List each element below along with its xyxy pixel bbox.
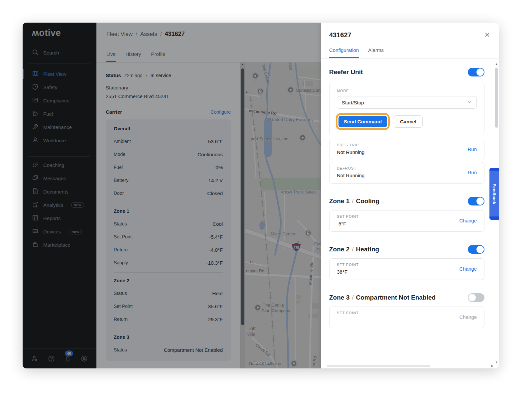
zone1-header: Zone 1/Cooling: [329, 197, 484, 205]
reefer-unit-title: Reefer Unit: [329, 68, 363, 76]
mode-select[interactable]: Start/Stop: [337, 96, 477, 109]
scrollbar-thumb[interactable]: [327, 365, 430, 367]
tab-alarms[interactable]: Alarms: [368, 47, 384, 58]
zone1-setpoint-label: SET POINT: [337, 214, 359, 218]
panel-tabs: Configuration Alarms: [321, 47, 499, 59]
panel-header: 431627 ✕: [321, 23, 499, 39]
cancel-button[interactable]: Cancel: [394, 115, 423, 128]
zone1-change-link[interactable]: Change: [459, 218, 477, 223]
scroll-down-arrow[interactable]: ▼: [494, 361, 498, 364]
zone2-title: Zone 2/Heating: [329, 246, 379, 253]
modal-scrim: [23, 23, 321, 368]
mode-card: MODE Start/Stop Send Command Cancel: [329, 82, 484, 135]
zone2-setpoint-card: SET POINT 36°F Change: [329, 258, 484, 280]
zone1-setpoint-card: SET POINT -5°F Change: [329, 210, 484, 232]
defrost-label: DEFROST: [337, 166, 364, 170]
app-window: ʍotive Search Fleet View Safety: [23, 23, 499, 368]
scroll-up-arrow[interactable]: ▲: [494, 63, 498, 66]
zone2-toggle[interactable]: [468, 245, 484, 254]
pretrip-status: Not Running: [337, 149, 364, 155]
zone3-setpoint-card: SET POINT Change: [329, 307, 484, 328]
zone3-setpoint-value: [337, 317, 359, 323]
scrollbar-thumb[interactable]: [495, 68, 498, 128]
toggle-knob: [476, 68, 484, 76]
zone2-header: Zone 2/Heating: [329, 245, 484, 254]
send-command-button[interactable]: Send Command: [338, 116, 387, 127]
defrost-card: DEFROST Not Running Run: [329, 162, 484, 184]
pretrip-run-link[interactable]: Run: [467, 146, 477, 152]
panel-title: 431627: [329, 31, 351, 39]
defrost-run-link[interactable]: Run: [467, 170, 477, 175]
zone1-setpoint-value: -5°F: [337, 221, 359, 227]
defrost-status: Not Running: [337, 173, 364, 179]
toggle-knob: [476, 198, 484, 205]
zone2-setpoint-value: 36°F: [337, 269, 359, 275]
chevron-down-icon: [467, 100, 472, 105]
zone3-title: Zone 3/Compartment Not Enabled: [329, 294, 436, 301]
feedback-tab[interactable]: Feedback: [489, 168, 499, 220]
zone3-setpoint-label: SET POINT: [337, 311, 359, 315]
mode-actions: Send Command Cancel: [337, 115, 477, 128]
reefer-unit-header: Reefer Unit: [329, 68, 484, 76]
pretrip-card: PRE - TRIP Not Running Run: [329, 139, 484, 160]
toggle-knob: [468, 294, 476, 301]
zone2-setpoint-label: SET POINT: [337, 263, 359, 267]
zone3-toggle[interactable]: [468, 293, 484, 302]
configuration-body: Reefer Unit MODE Start/Stop Send Command…: [321, 59, 499, 328]
pretrip-label: PRE - TRIP: [337, 143, 364, 147]
mode-label: MODE: [337, 89, 477, 93]
zone3-header: Zone 3/Compartment Not Enabled: [329, 293, 484, 302]
close-icon[interactable]: ✕: [484, 31, 490, 38]
toggle-knob: [476, 246, 484, 253]
scroll-right-arrow[interactable]: ▶: [491, 364, 493, 367]
asset-config-panel: 431627 ✕ Configuration Alarms Reefer Uni…: [321, 23, 499, 368]
zone1-title: Zone 1/Cooling: [329, 198, 379, 205]
zone3-change-link[interactable]: Change: [459, 314, 477, 320]
mode-select-value: Start/Stop: [342, 100, 364, 105]
reefer-unit-toggle[interactable]: [468, 68, 484, 76]
feedback-label: Feedback: [492, 184, 497, 204]
zone2-change-link[interactable]: Change: [459, 266, 477, 272]
tab-configuration[interactable]: Configuration: [329, 47, 359, 58]
zone1-toggle[interactable]: [468, 197, 484, 205]
panel-hscrollbar[interactable]: ▶: [327, 364, 493, 368]
